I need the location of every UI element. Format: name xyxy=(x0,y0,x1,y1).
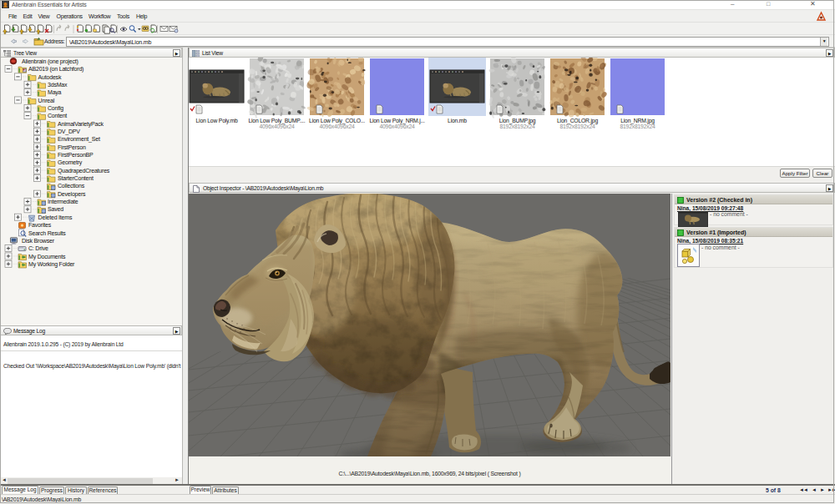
svg-text:Collections: Collections xyxy=(58,183,85,189)
svg-text:Search Results: Search Results xyxy=(28,230,66,236)
svg-text:8192x8192x24: 8192x8192x24 xyxy=(620,123,655,129)
svg-text:Alienbrain (one project): Alienbrain (one project) xyxy=(22,58,78,65)
svg-text:FirstPerson: FirstPerson xyxy=(58,144,86,150)
svg-text:My Documents: My Documents xyxy=(28,254,66,260)
svg-text:Autodesk: Autodesk xyxy=(38,74,62,80)
svg-text:Lion Low Poly.mb: Lion Low Poly.mb xyxy=(196,118,238,124)
svg-text:Content: Content xyxy=(48,113,67,118)
svg-text:8192x8192x24: 8192x8192x24 xyxy=(499,123,535,129)
svg-text:QuadrapedCreatures: QuadrapedCreatures xyxy=(58,168,110,174)
svg-text:Disk Browser: Disk Browser xyxy=(22,238,55,244)
svg-text:Maya: Maya xyxy=(48,89,62,96)
svg-text:Lion.mb: Lion.mb xyxy=(448,118,467,123)
svg-text:StarterContent: StarterContent xyxy=(58,175,94,181)
svg-text:Intermediate: Intermediate xyxy=(48,199,78,204)
svg-text:Saved: Saved xyxy=(48,206,63,212)
svg-text:C: Drive: C: Drive xyxy=(28,245,48,251)
svg-text:My Working Folder: My Working Folder xyxy=(28,261,75,268)
svg-text:Geometry: Geometry xyxy=(58,159,83,166)
svg-text:FirstPersonBP: FirstPersonBP xyxy=(58,152,94,158)
svg-text:AB2019 (on Latchford): AB2019 (on Latchford) xyxy=(28,66,84,73)
svg-text:AnimalVarietyPack: AnimalVarietyPack xyxy=(58,121,104,128)
svg-text:Deleted Items: Deleted Items xyxy=(38,214,73,220)
svg-text:Unreal: Unreal xyxy=(38,98,55,103)
svg-text:4096x4096x24: 4096x4096x24 xyxy=(379,123,415,129)
svg-text:3dsMax: 3dsMax xyxy=(48,82,68,88)
svg-text:Developers: Developers xyxy=(58,191,86,198)
svg-text:8192x8192x24: 8192x8192x24 xyxy=(559,123,595,129)
svg-text:4096x4096x24: 4096x4096x24 xyxy=(319,123,355,129)
svg-text:4096x4096x24: 4096x4096x24 xyxy=(259,123,295,129)
svg-text:Favorites: Favorites xyxy=(28,222,52,228)
svg-text:Environment_Set: Environment_Set xyxy=(58,136,100,143)
svg-text:DV_DPV: DV_DPV xyxy=(58,129,80,135)
svg-text:Config: Config xyxy=(48,105,63,112)
